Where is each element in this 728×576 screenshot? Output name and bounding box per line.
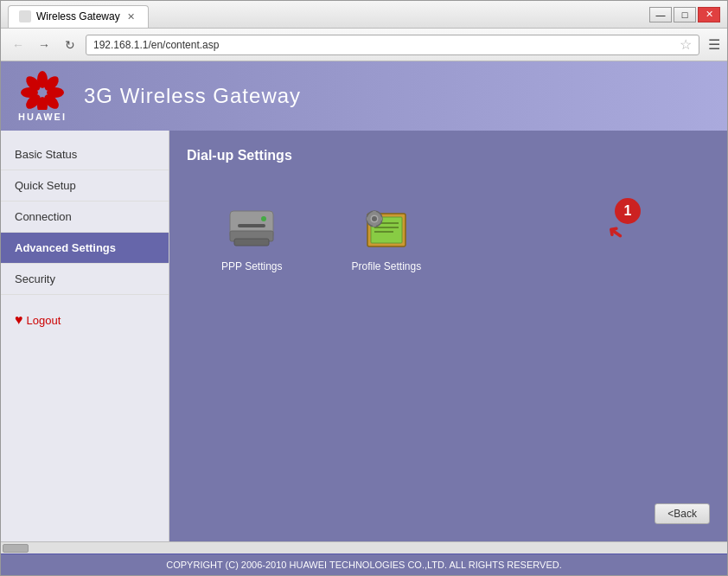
profile-icon-svg <box>361 207 412 253</box>
svg-rect-24 <box>379 217 382 221</box>
sidebar-item-advanced-settings[interactable]: Advanced Settings <box>1 233 169 264</box>
sidebar-item-security[interactable]: Security <box>1 264 169 295</box>
svg-rect-22 <box>373 223 376 227</box>
sidebar-item-basic-status[interactable]: Basic Status <box>1 139 169 170</box>
sidebar-item-quick-setup[interactable]: Quick Setup <box>1 170 169 202</box>
ppp-settings-label: PPP Settings <box>221 260 283 272</box>
logout-icon: ♥ <box>15 312 23 328</box>
page-content: HUAWEI 3G Wireless Gateway Basic Status … <box>1 61 727 575</box>
profile-settings-icon <box>361 207 412 253</box>
annotation-badge-area: 1 <box>615 198 641 224</box>
back-button[interactable]: <Back <box>655 503 710 524</box>
huawei-logo: HUAWEI <box>18 71 67 122</box>
brand-text: HUAWEI <box>18 112 67 122</box>
minimize-button[interactable]: — <box>649 7 672 22</box>
forward-nav-button[interactable]: → <box>34 35 54 55</box>
browser-tab[interactable]: Wireless Gateway ✕ <box>8 5 149 28</box>
tab-favicon <box>19 10 31 22</box>
profile-settings-label: Profile Settings <box>352 260 422 272</box>
tab-close-button[interactable]: ✕ <box>125 10 137 22</box>
browser-window: Wireless Gateway ✕ — □ ✕ ← → ↻ 192.168.1… <box>0 0 728 576</box>
svg-rect-10 <box>238 224 265 227</box>
bookmark-icon[interactable]: ☆ <box>680 36 692 53</box>
menu-icon[interactable]: ☰ <box>708 36 720 53</box>
title-bar: Wireless Gateway ✕ — □ ✕ <box>1 1 727 29</box>
ppp-icon-svg <box>226 207 278 250</box>
ppp-settings-icon <box>226 207 278 253</box>
reload-button[interactable]: ↻ <box>60 35 80 55</box>
sidebar-item-connection[interactable]: Connection <box>1 202 169 233</box>
main-area: Basic Status Quick Setup Connection Adva… <box>1 131 727 541</box>
svg-point-11 <box>261 216 266 221</box>
header-title: 3G Wireless Gateway <box>84 84 301 108</box>
sidebar: Basic Status Quick Setup Connection Adva… <box>1 131 169 541</box>
page-header: HUAWEI 3G Wireless Gateway <box>1 61 727 131</box>
svg-rect-23 <box>367 217 370 221</box>
scroll-track <box>3 544 725 553</box>
maximize-button[interactable]: □ <box>674 7 696 22</box>
logout-button[interactable]: ♥ Logout <box>1 304 169 336</box>
svg-point-20 <box>372 216 377 221</box>
profile-settings-icon-item[interactable]: Profile Settings <box>352 207 422 272</box>
close-button[interactable]: ✕ <box>698 7 720 22</box>
svg-rect-21 <box>373 211 376 214</box>
annotation-number-badge: 1 <box>615 198 641 224</box>
tab-label: Wireless Gateway <box>36 10 120 22</box>
scroll-thumb[interactable] <box>3 544 29 553</box>
footer-text: COPYRIGHT (C) 2006-2010 HUAWEI TECHNOLOG… <box>166 560 561 570</box>
nav-bar: ← → ↻ 192.168.1.1/en/content.asp ☆ ☰ <box>1 29 727 61</box>
huawei-logo-icon <box>21 71 64 110</box>
back-nav-button[interactable]: ← <box>8 35 29 55</box>
svg-rect-12 <box>234 239 269 246</box>
back-button-row: <Back <box>187 486 710 524</box>
page-footer: COPYRIGHT (C) 2006-2010 HUAWEI TECHNOLOG… <box>1 554 727 575</box>
ppp-settings-icon-item[interactable]: PPP Settings <box>221 207 283 272</box>
url-text: 192.168.1.1/en/content.asp <box>93 39 674 51</box>
content-area: Dial-up Settings 1 ➜ <box>169 131 727 541</box>
icons-container: 1 ➜ <box>187 189 710 486</box>
window-controls: — □ ✕ <box>649 7 720 22</box>
content-title: Dial-up Settings <box>187 148 710 163</box>
horizontal-scrollbar[interactable] <box>1 541 727 554</box>
address-bar[interactable]: 192.168.1.1/en/content.asp ☆ <box>86 35 699 55</box>
